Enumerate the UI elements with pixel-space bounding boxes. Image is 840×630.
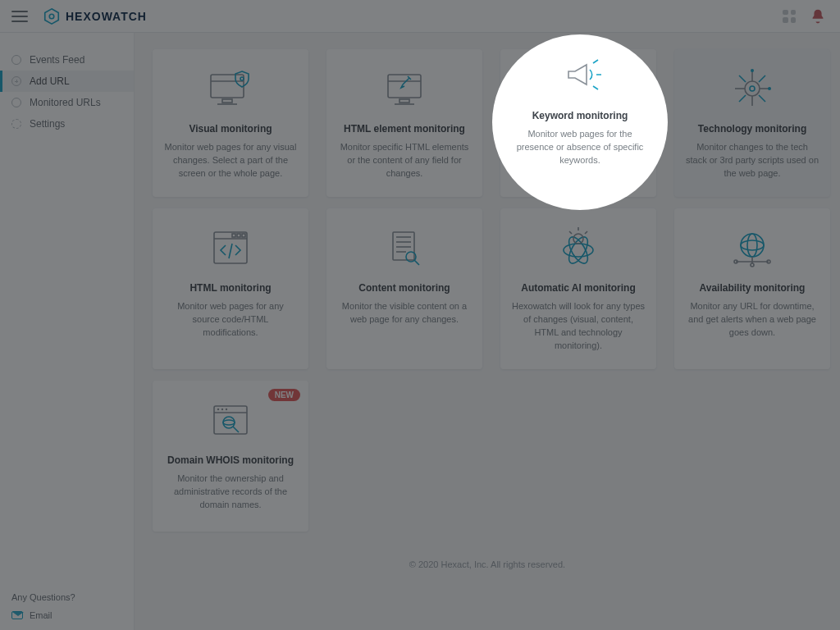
svg-line-37 (414, 260, 419, 265)
svg-rect-28 (232, 234, 235, 237)
svg-point-58 (223, 417, 235, 428)
brand-text: HEXOWATCH (66, 10, 147, 23)
code-window-icon (164, 223, 297, 272)
menu-toggle[interactable] (11, 11, 28, 22)
card-title: Automatic AI monitoring (512, 282, 645, 294)
svg-point-59 (223, 420, 235, 425)
svg-point-46 (741, 240, 764, 250)
sidebar-item-events-feed[interactable]: Events Feed (0, 49, 134, 71)
sidebar-item-add-url[interactable]: Add URL (0, 71, 134, 92)
svg-line-43 (569, 231, 572, 234)
svg-line-21 (759, 75, 765, 82)
footer-copyright: © 2020 Hexact, Inc. All rights reserved. (135, 540, 840, 586)
svg-rect-2 (211, 75, 244, 98)
svg-point-1 (49, 14, 54, 19)
card-desc: Monitor web pages for the presence or ab… (512, 141, 645, 180)
svg-point-41 (573, 234, 583, 244)
card-technology-monitoring[interactable]: Technology monitoring Monitor changes to… (674, 49, 830, 197)
hexowatch-logo-icon (43, 7, 61, 25)
contact-email[interactable]: Email (11, 610, 122, 620)
card-desc: Monitor web pages for any source code/HT… (164, 300, 297, 340)
svg-line-22 (739, 95, 746, 102)
header: HEXOWATCH (0, 0, 840, 33)
card-title: HTML element monitoring (338, 123, 471, 135)
svg-rect-4 (222, 99, 232, 103)
card-desc: Monitor the ownership and administrative… (164, 472, 297, 512)
mail-icon (11, 611, 23, 619)
sidebar-item-settings[interactable]: Settings (0, 113, 134, 135)
gear-icon (11, 119, 21, 129)
sidebar-item-label: Monitored URLs (30, 97, 101, 108)
card-desc: Monitor any URL for downtime, and get al… (686, 300, 819, 340)
card-title: Domain WHOIS monitoring (164, 454, 297, 466)
svg-rect-30 (242, 234, 245, 237)
card-html-monitoring[interactable]: HTML monitoring Monitor web pages for an… (153, 208, 308, 369)
plus-circle-icon (11, 76, 21, 86)
main-content: Visual monitoring Monitor web pages for … (135, 33, 840, 630)
svg-point-15 (750, 86, 755, 91)
sidebar-item-label: Events Feed (30, 54, 84, 66)
network-node-icon (686, 64, 819, 113)
card-desc: Monitor specific HTML elements or the co… (338, 141, 471, 180)
svg-rect-31 (393, 232, 414, 260)
card-title: Technology monitoring (686, 123, 819, 135)
svg-point-6 (240, 77, 244, 80)
document-search-icon (338, 223, 471, 272)
svg-point-24 (751, 69, 754, 72)
svg-line-20 (739, 75, 746, 82)
svg-line-23 (759, 95, 765, 102)
sidebar-item-label: Settings (30, 118, 65, 130)
card-keyword-monitoring[interactable]: Keyword monitoring Monitor web pages for… (500, 49, 656, 197)
svg-point-55 (217, 409, 219, 410)
card-title: Availability monitoring (686, 282, 819, 294)
monitor-shield-icon (164, 64, 297, 113)
card-desc: Monitor web pages for any visual changes… (164, 141, 297, 180)
brand-logo[interactable]: HEXOWATCH (43, 7, 147, 25)
sidebar: Events Feed Add URL Monitored URLs Setti… (0, 33, 135, 630)
svg-line-11 (591, 73, 596, 76)
card-domain-whois-monitoring[interactable]: NEW Domain WHOIS monitoring Monitor the … (153, 381, 308, 532)
svg-point-14 (745, 81, 760, 96)
card-title: Visual monitoring (164, 123, 297, 135)
card-title: Keyword monitoring (512, 123, 645, 135)
browser-search-icon (164, 395, 297, 445)
svg-rect-9 (399, 99, 409, 103)
svg-point-25 (768, 87, 771, 90)
atom-bulb-icon (512, 223, 645, 272)
card-desc: Monitor the visible content on a web pag… (338, 300, 471, 326)
sidebar-item-monitored-urls[interactable]: Monitored URLs (0, 92, 134, 113)
svg-line-44 (585, 231, 587, 234)
svg-point-45 (741, 234, 764, 257)
any-questions-label: Any Questions? (11, 592, 122, 602)
monitor-pin-icon (338, 64, 471, 113)
svg-point-56 (221, 409, 223, 410)
feed-icon (11, 55, 21, 65)
new-badge: NEW (268, 389, 300, 401)
globe-network-icon (686, 223, 819, 272)
svg-line-13 (591, 99, 596, 103)
card-desc: Monitor changes to the tech stack or 3rd… (686, 141, 819, 180)
svg-line-60 (233, 427, 239, 432)
apps-icon[interactable] (783, 10, 796, 23)
svg-point-57 (226, 409, 227, 410)
megaphone-icon (512, 64, 645, 113)
card-availability-monitoring[interactable]: Availability monitoring Monitor any URL … (674, 208, 830, 369)
svg-point-47 (747, 234, 757, 257)
card-desc: Hexowatch will look for any types of cha… (512, 300, 645, 353)
notifications-icon[interactable] (807, 6, 829, 27)
svg-point-49 (751, 263, 754, 267)
card-title: Content monitoring (338, 282, 471, 294)
card-visual-monitoring[interactable]: Visual monitoring Monitor web pages for … (153, 49, 308, 197)
svg-marker-0 (45, 8, 59, 23)
card-automatic-ai-monitoring[interactable]: Automatic AI monitoring Hexowatch will l… (500, 208, 656, 369)
card-content-monitoring[interactable]: Content monitoring Monitor the visible c… (326, 208, 482, 369)
list-icon (11, 98, 21, 107)
card-title: HTML monitoring (164, 282, 297, 294)
email-label: Email (30, 610, 52, 620)
sidebar-item-label: Add URL (30, 75, 70, 87)
svg-point-38 (564, 244, 593, 257)
svg-rect-29 (237, 234, 240, 237)
card-html-element-monitoring[interactable]: HTML element monitoring Monitor specific… (326, 49, 482, 197)
